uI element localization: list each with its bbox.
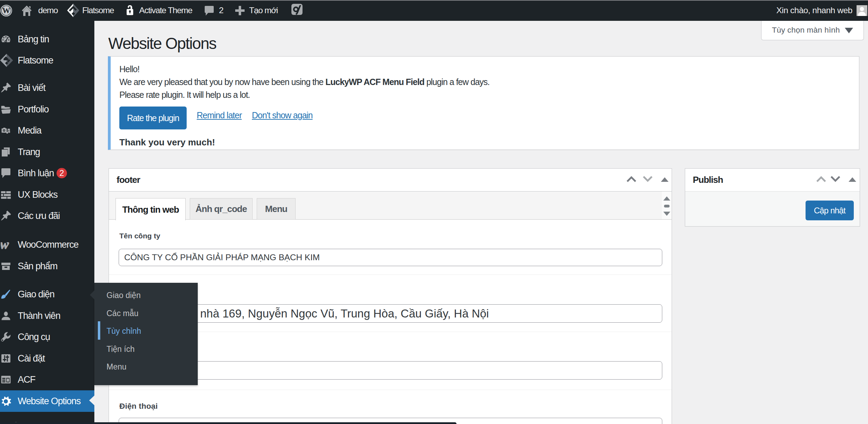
svg-text:w: w	[1, 239, 9, 251]
svg-text:W: W	[2, 6, 10, 15]
